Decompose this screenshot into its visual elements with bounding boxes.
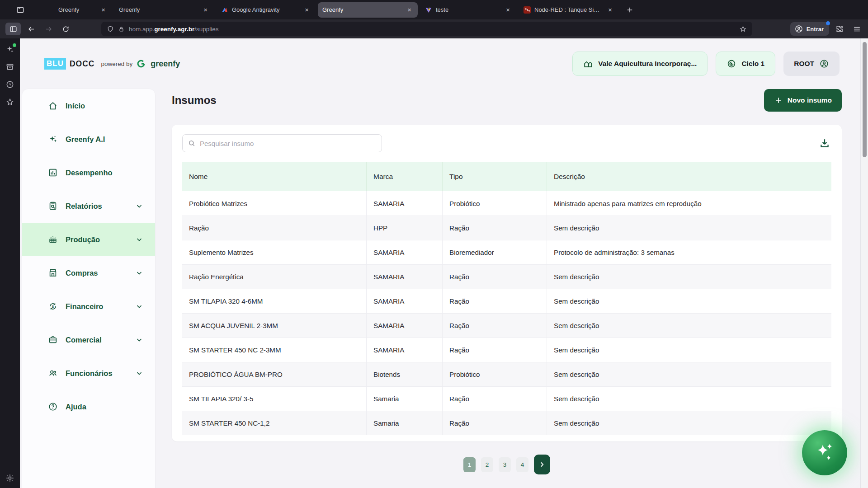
sidebar-item-relatorios[interactable]: Relatórios: [22, 189, 155, 223]
table-cell: Ração: [442, 314, 547, 338]
sidebar-item-label: Compras: [66, 269, 98, 277]
next-page-button[interactable]: [534, 455, 550, 474]
page-button-2[interactable]: 2: [481, 457, 493, 472]
table-row[interactable]: SM TILAPIA 320/ 3-5SamariaRaçãoSem descr…: [182, 386, 831, 411]
tab-separator: [49, 5, 49, 15]
account-button[interactable]: Entrar: [790, 22, 829, 36]
page-button-1[interactable]: 1: [463, 457, 476, 472]
user-circle-icon: [819, 59, 829, 69]
browser-tab[interactable]: Greenfy×: [54, 2, 112, 18]
browser-tab[interactable]: Google Antigravity×: [217, 2, 315, 18]
table-cell: SM STARTER 450 NC 2-3MM: [182, 338, 366, 362]
table-row[interactable]: Ração EnergéticaSAMARIARaçãoSem descriçã…: [182, 264, 831, 289]
sidebar-item-financeiro[interactable]: $Financeiro: [22, 290, 155, 323]
chevron-down-icon: [135, 269, 143, 277]
sidebar-item-greenfy-a-i[interactable]: Greenfy A.I: [22, 122, 155, 156]
sidebar-item-compras[interactable]: Compras: [22, 256, 155, 290]
table-row[interactable]: RaçãoHPPRaçãoSem descrição: [182, 216, 831, 240]
browser-tab[interactable]: Node-RED : Tanque Simulação×: [519, 2, 618, 18]
cycle-button[interactable]: Ciclo 1: [716, 52, 775, 76]
table-row[interactable]: Suplemento MatrizesSAMARIABioremediadorP…: [182, 240, 831, 264]
sidebar-item-ajuda[interactable]: Ajuda: [22, 390, 155, 423]
organization-button[interactable]: Vale Aquicultura Incorporaç...: [572, 52, 708, 76]
organization-label: Vale Aquicultura Incorporaç...: [598, 60, 697, 68]
forward-arrow-icon: [44, 25, 53, 33]
table-row[interactable]: PROBIÓTICO ÁGUA BM-PROBiotendsProbiótico…: [182, 362, 831, 386]
page-scrollbar[interactable]: [860, 38, 868, 488]
tab-title: teste: [436, 6, 500, 13]
column-header: Nome: [182, 162, 366, 191]
home-icon: [48, 101, 58, 111]
table-cell: Probiótico: [442, 191, 547, 216]
download-icon: [819, 137, 830, 149]
table-cell: SAMARIA: [366, 191, 442, 216]
table-row[interactable]: SM STARTER 450 NC 2-3MMSAMARIARaçãoSem d…: [182, 338, 831, 362]
ai-chat-sidebar-icon[interactable]: [5, 45, 14, 54]
archive-sidebar-icon[interactable]: [5, 62, 14, 71]
sidebar-toggle-button[interactable]: [5, 23, 21, 35]
tracking-shield-icon[interactable]: [107, 25, 114, 33]
sidebar-item-label: Comercial: [66, 336, 102, 344]
page-button-4[interactable]: 4: [516, 457, 528, 472]
sidebar-item-funcionarios[interactable]: Funcionários: [22, 357, 155, 390]
firefox-view-button[interactable]: [13, 3, 28, 17]
chevron-right-icon: [538, 460, 546, 469]
ai-assistant-fab[interactable]: [802, 430, 847, 475]
table-row[interactable]: SM ACQUA JUVENIL 2-3MMSAMARIARaçãoSem de…: [182, 313, 831, 338]
sidebar-item-label: Funcionários: [66, 369, 113, 378]
tab-close-icon[interactable]: ×: [406, 5, 413, 14]
nodered-favicon: [524, 6, 531, 14]
table-row[interactable]: Probiótico MatrizesSAMARIAProbióticoMini…: [182, 191, 831, 216]
reload-button[interactable]: [59, 23, 72, 35]
new-tab-button[interactable]: [623, 3, 637, 17]
forward-button[interactable]: [42, 23, 55, 35]
tab-close-icon[interactable]: ×: [202, 5, 209, 14]
table-body: Probiótico MatrizesSAMARIAProbióticoMini…: [182, 191, 831, 435]
browser-left-strip: [0, 38, 20, 488]
hamburger-icon: [853, 25, 861, 33]
table-row[interactable]: SM TILAPIA 320 4-6MMSAMARIARaçãoSem desc…: [182, 289, 831, 313]
factory-icon: [48, 235, 58, 244]
tab-close-icon[interactable]: ×: [504, 5, 512, 14]
back-button[interactable]: [24, 23, 38, 35]
table-cell: SAMARIA: [366, 314, 442, 338]
sidebar-item-comercial[interactable]: Comercial: [22, 323, 155, 357]
tab-close-icon[interactable]: ×: [303, 5, 311, 14]
user-menu-button[interactable]: ROOT: [783, 52, 840, 76]
sidebar-item-inicio[interactable]: Início: [22, 89, 155, 122]
app-header: BLUDOCC powered by greenfy Vale Aquicult…: [20, 38, 860, 89]
page-button-3[interactable]: 3: [499, 457, 511, 472]
table-cell: Bioremediador: [442, 240, 547, 264]
sidebar-item-label: Início: [66, 102, 85, 110]
history-clock-icon[interactable]: [5, 80, 14, 89]
settings-gear-icon[interactable]: [5, 474, 14, 483]
search-input[interactable]: [182, 134, 382, 152]
bookmarks-star-icon[interactable]: [5, 98, 14, 107]
table-cell: Ração: [442, 216, 547, 240]
table-cell: Samaria: [366, 411, 442, 435]
tab-close-icon[interactable]: ×: [99, 5, 107, 14]
cycle-icon: [726, 59, 736, 69]
lock-icon[interactable]: [118, 26, 125, 33]
browser-tab[interactable]: Greenfy×: [318, 2, 418, 18]
browser-tab[interactable]: teste×: [420, 2, 516, 18]
extensions-button[interactable]: [833, 23, 846, 35]
tab-close-icon[interactable]: ×: [606, 5, 614, 14]
table-cell: Ração Energética: [182, 265, 366, 289]
url-bar[interactable]: hom.app.greenfy.agr.br/supplies: [101, 22, 752, 36]
logo-docc: DOCC: [70, 59, 95, 69]
download-button[interactable]: [818, 136, 831, 150]
tab-title: Greenfy: [58, 6, 96, 13]
table-cell: SAMARIA: [366, 240, 442, 264]
scrollbar-thumb[interactable]: [863, 42, 867, 157]
sidebar-item-desempenho[interactable]: Desempenho: [22, 156, 155, 189]
new-supply-button[interactable]: Novo insumo: [764, 89, 842, 112]
chevron-down-icon: [135, 369, 143, 377]
menu-button[interactable]: [850, 23, 863, 35]
sidebar-item-producao[interactable]: Produção: [22, 223, 155, 256]
table-cell: Ração: [442, 265, 547, 289]
table-cell: Sem descrição: [547, 265, 831, 289]
table-row[interactable]: SM STARTER 450 NC-1,2SamariaRaçãoSem des…: [182, 411, 831, 435]
bookmark-star-icon[interactable]: [739, 25, 747, 33]
browser-tab[interactable]: Greenfy×: [114, 2, 214, 18]
